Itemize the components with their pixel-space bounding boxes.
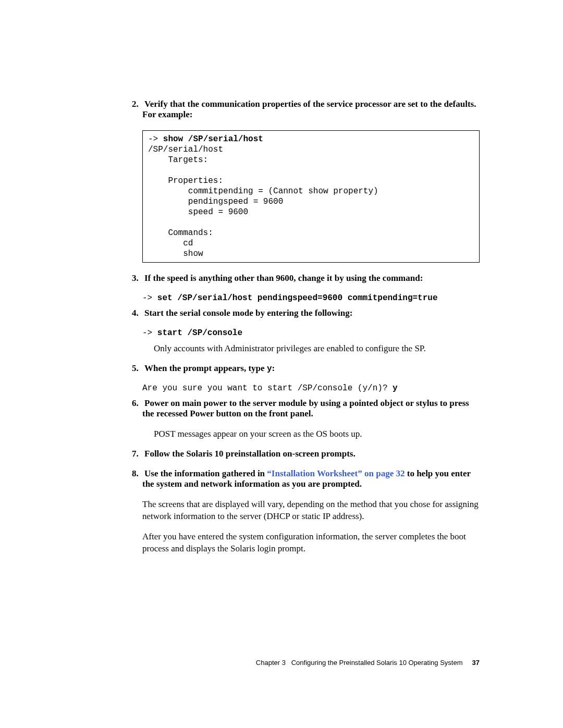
chapter-label: Chapter 3 [256,659,286,667]
step-2: 2. Verify that the communication propert… [142,99,480,120]
step-text: Use the information gathered in “Install… [142,468,471,489]
step-3: 3. If the speed is anything other than 9… [142,273,480,283]
step-5: 5. When the prompt appears, type y: [142,363,480,374]
text-part: When the prompt appears, type [144,363,267,373]
command: show /SP/serial/host [163,134,263,144]
command: start /SP/console [157,328,242,338]
user-input: y [393,384,398,393]
command-line: -> set /SP/serial/host pendingspeed=9600… [142,293,480,303]
text-part: Use the information gathered in [144,468,267,478]
step-text: Start the serial console mode by enterin… [144,308,352,318]
step-number: 8. [132,468,142,479]
command-line: -> start /SP/console [142,328,480,338]
code-output: /SP/serial/host Targets: Properties: com… [148,145,378,258]
cross-reference-link[interactable]: “Installation Worksheet” on page 32 [267,468,405,478]
prompt: -> [142,293,157,303]
body-text: POST messages appear on your screen as t… [154,428,480,440]
step-number: 6. [132,398,142,409]
step-text: Verify that the communication properties… [142,99,476,119]
chapter-title: Configuring the Preinstalled Solaris 10 … [291,659,463,667]
paragraph: The screens that are displayed will vary… [142,499,480,523]
body-text: Only accounts with Administrator privile… [154,343,480,355]
step-text: Follow the Solaris 10 preinstallation on… [144,449,356,459]
page-number: 37 [472,659,480,667]
step-7: 7. Follow the Solaris 10 preinstallation… [142,449,480,459]
step-text: Power on main power to the server module… [142,398,469,418]
step-number: 2. [132,99,142,109]
page-footer: Chapter 3 Configuring the Preinstalled S… [256,659,480,667]
console-output: Are you sure you want to start /SP/conso… [142,383,480,393]
step-4: 4. Start the serial console mode by ente… [142,308,480,318]
step-text: If the speed is anything other than 9600… [144,273,423,283]
step-number: 5. [132,363,142,374]
text-part: : [272,363,275,373]
prompt: -> [142,328,157,338]
output-text: Are you sure you want to start /SP/conso… [142,384,393,393]
paragraph: After you have entered the system config… [142,531,480,555]
code-block: -> show /SP/serial/host /SP/serial/host … [142,130,480,263]
prompt: -> [148,134,163,144]
step-8: 8. Use the information gathered in “Inst… [142,468,480,489]
command: set /SP/serial/host pendingspeed=9600 co… [157,293,438,303]
step-number: 3. [132,273,142,283]
step-number: 4. [132,308,142,318]
step-text: When the prompt appears, type y: [144,363,275,373]
step-6: 6. Power on main power to the server mod… [142,398,480,419]
step-number: 7. [132,449,142,459]
